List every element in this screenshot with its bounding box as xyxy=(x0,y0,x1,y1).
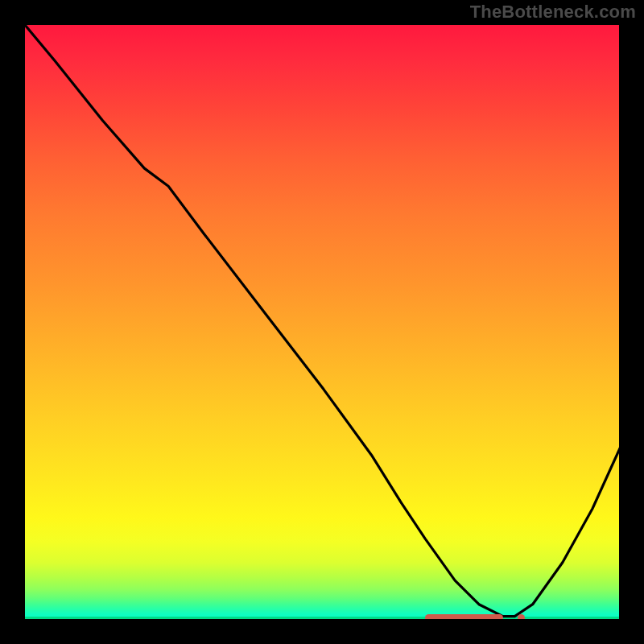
highlight-segment xyxy=(425,614,502,621)
watermark-text: TheBottleneck.com xyxy=(470,2,636,23)
chart-plot-area xyxy=(23,23,621,621)
bottleneck-curve-path xyxy=(25,25,621,617)
highlight-segment-dot xyxy=(518,614,525,621)
chart-curve-svg xyxy=(25,25,621,621)
